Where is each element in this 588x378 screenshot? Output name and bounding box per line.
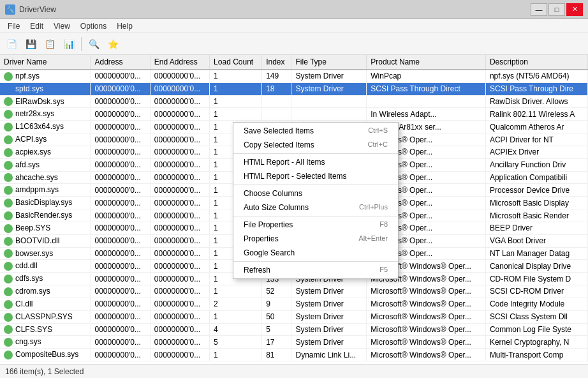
cell-2: 00000000'0...	[150, 260, 209, 273]
table-row[interactable]: CLFS.SYS00000000'0...00000000'0...45Syst…	[0, 323, 588, 336]
context-menu-item[interactable]: RefreshF5	[233, 263, 398, 277]
toolbar-new[interactable]: 📄	[3, 36, 20, 52]
col-file-type[interactable]: File Type	[291, 55, 367, 70]
maximize-button[interactable]: □	[548, 3, 565, 16]
col-load-count[interactable]: Load Count	[210, 55, 262, 70]
col-index[interactable]: Index	[262, 55, 291, 70]
toolbar-search[interactable]: 🔍	[85, 36, 103, 52]
context-menu-shortcut: F5	[379, 266, 388, 275]
title-bar: 🔧 DriverView — □ ✕	[0, 0, 588, 19]
cell-0: amdppm.sys	[0, 184, 91, 197]
context-menu-item[interactable]: Auto Size ColumnsCtrl+Plus	[233, 200, 398, 215]
cell-7: Microsoft Basic Display	[485, 197, 587, 209]
row-icon	[4, 351, 13, 359]
close-button[interactable]: ✕	[566, 3, 583, 16]
row-icon	[4, 161, 13, 170]
table-row[interactable]: cdrom.sys00000000'0...00000000'0...152Sy…	[0, 285, 588, 298]
context-menu-item-label: Refresh	[244, 266, 270, 275]
cell-3: 1	[210, 82, 262, 95]
cell-7: NT Lan Manager Datag	[485, 247, 587, 260]
cell-2: 00000000'0...	[150, 247, 209, 260]
context-menu: Save Selected ItemsCtrl+SCopy Selected I…	[233, 122, 399, 279]
cell-0: ACPI.sys	[0, 133, 91, 146]
cell-3: 1	[210, 310, 262, 323]
row-icon	[4, 85, 13, 94]
table-row[interactable]: CLASSPNP.SYS00000000'0...00000000'0...15…	[0, 310, 588, 323]
cell-5: System Driver	[291, 336, 367, 349]
cell-1: 00000000'0...	[91, 310, 150, 323]
status-bar: 166 item(s), 1 Selected	[0, 364, 588, 378]
cell-2: 00000000'0...	[150, 234, 209, 247]
menu-help[interactable]: Help	[112, 20, 138, 32]
cell-6: Microsoft® Windows® Oper...	[367, 336, 486, 349]
row-icon	[4, 287, 13, 296]
row-icon	[4, 199, 13, 208]
cell-7: Code Integrity Module	[485, 298, 587, 310]
toolbar-save[interactable]: 💾	[22, 36, 40, 52]
context-menu-item[interactable]: PropertiesAlt+Enter	[233, 232, 398, 246]
cell-1: 00000000'0...	[91, 171, 150, 184]
context-menu-separator	[233, 185, 398, 185]
table-row[interactable]: sptd.sys00000000'0...00000000'0...118Sys…	[0, 82, 588, 95]
cell-3: 1	[210, 95, 262, 108]
col-driver-name[interactable]: Driver Name	[0, 55, 91, 70]
cell-0: npf.sys	[0, 70, 91, 82]
context-menu-item[interactable]: HTML Report - All Items	[233, 155, 398, 169]
toolbar-copy[interactable]: 📋	[41, 36, 59, 52]
menu-options[interactable]: Options	[75, 20, 112, 32]
cell-0: cdd.dll	[0, 260, 91, 273]
cell-5: System Driver	[291, 310, 367, 323]
context-menu-item[interactable]: Choose Columns	[233, 186, 398, 200]
cell-0: ElRawDsk.sys	[0, 95, 91, 108]
table-row[interactable]: cng.sys00000000'0...00000000'0...517Syst…	[0, 336, 588, 349]
toolbar-report[interactable]: 📊	[60, 36, 78, 52]
cell-2: 00000000'0...	[150, 82, 209, 95]
cell-7: Microsoft Basic Render	[485, 209, 587, 222]
cell-7: Multi-Transport Comp	[485, 349, 587, 361]
minimize-button[interactable]: —	[531, 3, 547, 16]
menu-edit[interactable]: Edit	[25, 20, 48, 32]
cell-0: BOOTVID.dll	[0, 234, 91, 247]
context-menu-item[interactable]: Copy Selected ItemsCtrl+C	[233, 138, 398, 152]
cell-0: CI.dll	[0, 298, 91, 310]
cell-4: 18	[262, 82, 291, 95]
context-menu-item-label: HTML Report - All Items	[244, 158, 325, 167]
cell-1: 00000000'0...	[91, 323, 150, 336]
cell-4: 81	[262, 349, 291, 361]
context-menu-item[interactable]: Save Selected ItemsCtrl+S	[233, 124, 398, 138]
table-row[interactable]: CompositeBus.sys00000000'0...00000000'0.…	[0, 349, 588, 361]
cell-4: 9	[262, 298, 291, 310]
cell-7: Qualcomm Atheros Ar	[485, 121, 587, 133]
col-description[interactable]: Description	[485, 55, 587, 70]
col-product-name[interactable]: Product Name	[367, 55, 486, 70]
row-icon	[4, 249, 13, 258]
context-menu-item[interactable]: File PropertiesF8	[233, 218, 398, 232]
cell-5: System Driver	[291, 70, 367, 82]
col-address[interactable]: Address	[91, 55, 150, 70]
menu-view[interactable]: View	[48, 20, 75, 32]
cell-2: 00000000'0...	[150, 336, 209, 349]
context-menu-item-label: Save Selected Items	[244, 126, 314, 135]
context-menu-separator	[233, 261, 398, 262]
context-menu-separator	[233, 216, 398, 216]
table-row[interactable]: netr28x.sys00000000'0...00000000'0...1In…	[0, 108, 588, 121]
table-row[interactable]: npf.sys00000000'0...00000000'0...1149Sys…	[0, 70, 588, 82]
cell-1: 00000000'0...	[91, 121, 150, 133]
row-icon	[4, 186, 13, 195]
table-row[interactable]: ElRawDsk.sys00000000'0...00000000'0...1R…	[0, 95, 588, 108]
main-content: Driver Name Address End Address Load Cou…	[0, 55, 588, 364]
toolbar-star[interactable]: ⭐	[104, 36, 122, 52]
cell-1: 00000000'0...	[91, 146, 150, 158]
table-container: Driver Name Address End Address Load Cou…	[0, 55, 588, 364]
cell-0: CLASSPNP.SYS	[0, 310, 91, 323]
context-menu-item[interactable]: HTML Report - Selected Items	[233, 169, 398, 183]
row-icon	[4, 148, 13, 157]
cell-7: BEEP Driver	[485, 222, 587, 234]
cell-5	[291, 108, 367, 121]
menu-file[interactable]: File	[3, 20, 25, 32]
table-row[interactable]: CI.dll00000000'0...00000000'0...29System…	[0, 298, 588, 310]
context-menu-item[interactable]: Google Search	[233, 246, 398, 260]
cell-1: 00000000'0...	[91, 108, 150, 121]
cell-1: 00000000'0...	[91, 222, 150, 234]
col-end-address[interactable]: End Address	[150, 55, 209, 70]
